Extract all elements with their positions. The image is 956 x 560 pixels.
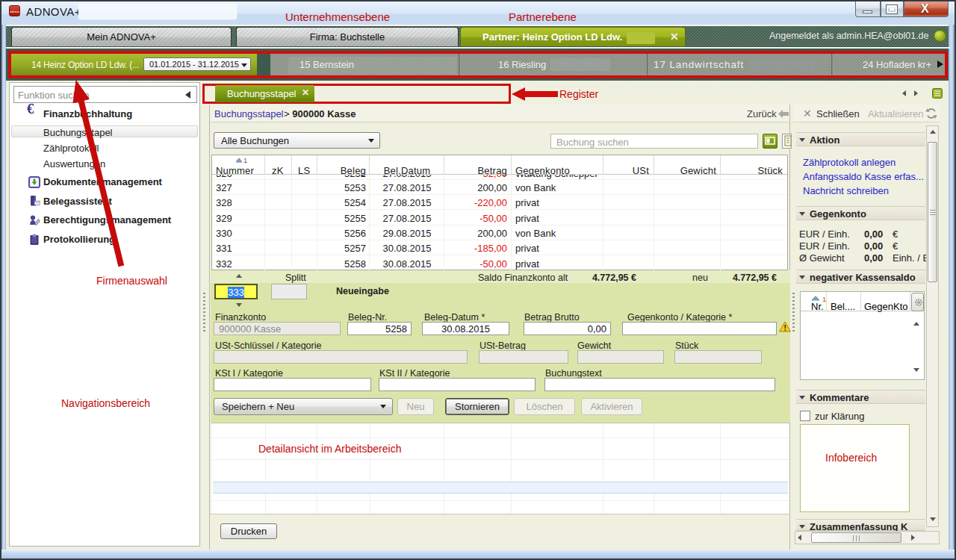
svg-text:!: !: [784, 324, 786, 332]
svg-text:€: €: [27, 102, 34, 116]
svg-text:1: 1: [243, 157, 247, 164]
